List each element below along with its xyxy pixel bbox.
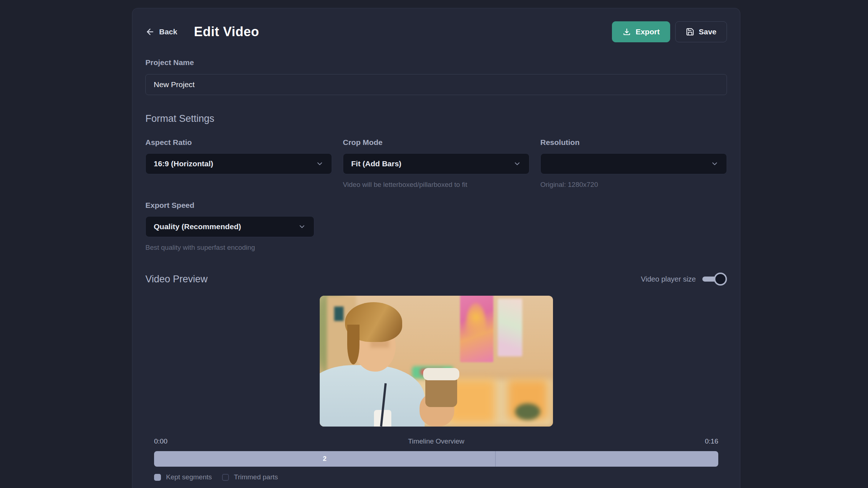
timeline-end-time: 0:16 bbox=[705, 437, 718, 445]
video-preview-area bbox=[145, 296, 727, 427]
player-size-slider[interactable] bbox=[702, 273, 727, 286]
scene-window bbox=[334, 307, 344, 321]
timeline-segment[interactable] bbox=[496, 451, 718, 467]
save-icon bbox=[686, 27, 694, 36]
crop-mode-value: Fit (Add Bars) bbox=[351, 159, 401, 168]
crop-mode-label: Crop Mode bbox=[343, 138, 529, 147]
resolution-field: Resolution Original: 1280x720 bbox=[540, 138, 727, 189]
timeline-legend: Kept segments Trimmed parts bbox=[154, 473, 718, 481]
scene-person-hair bbox=[347, 325, 359, 364]
save-label: Save bbox=[699, 27, 716, 36]
crop-mode-select[interactable]: Fit (Add Bars) bbox=[343, 153, 529, 174]
format-settings-grid: Aspect Ratio 16:9 (Horizontal) Crop Mode… bbox=[145, 138, 727, 189]
aspect-ratio-field: Aspect Ratio 16:9 (Horizontal) bbox=[145, 138, 332, 189]
trimmed-parts-swatch bbox=[222, 474, 229, 481]
export-speed-value: Quality (Recommended) bbox=[154, 222, 241, 231]
scene-banner-pattern bbox=[466, 303, 486, 350]
timeline-segment-label: 2 bbox=[323, 455, 327, 463]
header: Back Edit Video Export Save bbox=[145, 21, 727, 43]
video-preview-heading: Video Preview bbox=[145, 274, 208, 285]
export-speed-field: Export Speed Quality (Recommended) Best … bbox=[145, 201, 314, 252]
edit-video-panel: Back Edit Video Export Save Project Name… bbox=[132, 8, 740, 488]
chevron-down-icon bbox=[513, 160, 521, 168]
save-button[interactable]: Save bbox=[675, 21, 727, 42]
scene-coffee-cup-lid bbox=[423, 368, 459, 380]
aspect-ratio-label: Aspect Ratio bbox=[145, 138, 332, 147]
video-frame[interactable] bbox=[320, 296, 553, 427]
scene-shrub bbox=[515, 403, 540, 420]
project-name-label: Project Name bbox=[145, 58, 727, 67]
download-icon bbox=[622, 27, 631, 36]
crop-mode-field: Crop Mode Fit (Add Bars) Video will be l… bbox=[343, 138, 529, 189]
project-name-input[interactable] bbox=[145, 74, 727, 95]
timeline-segment[interactable]: 2 bbox=[154, 451, 496, 467]
player-size-control: Video player size bbox=[641, 273, 727, 286]
chevron-down-icon bbox=[298, 223, 306, 231]
timeline-bar[interactable]: 2 bbox=[154, 451, 718, 467]
resolution-label: Resolution bbox=[540, 138, 727, 147]
timeline-section: 0:00 Timeline Overview 0:16 2 Kept segme… bbox=[145, 437, 727, 481]
video-preview-header: Video Preview Video player size bbox=[145, 273, 727, 286]
crop-mode-helper: Video will be letterboxed/pillarboxed to… bbox=[343, 181, 529, 189]
export-speed-select[interactable]: Quality (Recommended) bbox=[145, 216, 314, 237]
scene-person-jacket bbox=[320, 365, 425, 427]
export-speed-helper: Best quality with superfast encoding bbox=[145, 244, 314, 252]
export-label: Export bbox=[635, 27, 660, 36]
timeline-labels: 0:00 Timeline Overview 0:16 bbox=[154, 437, 718, 445]
timeline-start-time: 0:00 bbox=[154, 437, 167, 445]
scene-coffee-cup bbox=[425, 376, 457, 407]
timeline-title: Timeline Overview bbox=[167, 437, 705, 445]
export-speed-label: Export Speed bbox=[145, 201, 314, 210]
back-button[interactable]: Back bbox=[145, 27, 177, 37]
back-label: Back bbox=[159, 27, 177, 36]
kept-segments-label: Kept segments bbox=[166, 473, 212, 481]
format-settings-heading: Format Settings bbox=[145, 113, 727, 124]
chevron-down-icon bbox=[316, 160, 324, 168]
aspect-ratio-select[interactable]: 16:9 (Horizontal) bbox=[145, 153, 332, 174]
export-button[interactable]: Export bbox=[612, 21, 670, 42]
kept-segments-swatch bbox=[154, 474, 161, 481]
trimmed-parts-label: Trimmed parts bbox=[234, 473, 278, 481]
resolution-select[interactable] bbox=[540, 153, 727, 174]
aspect-ratio-value: 16:9 (Horizontal) bbox=[154, 159, 213, 168]
resolution-helper: Original: 1280x720 bbox=[540, 181, 727, 189]
page-title: Edit Video bbox=[194, 24, 259, 39]
player-size-label: Video player size bbox=[641, 275, 696, 283]
scene-banner bbox=[498, 299, 522, 356]
chevron-down-icon bbox=[711, 160, 719, 168]
slider-thumb[interactable] bbox=[714, 273, 727, 286]
arrow-left-icon bbox=[145, 27, 155, 37]
